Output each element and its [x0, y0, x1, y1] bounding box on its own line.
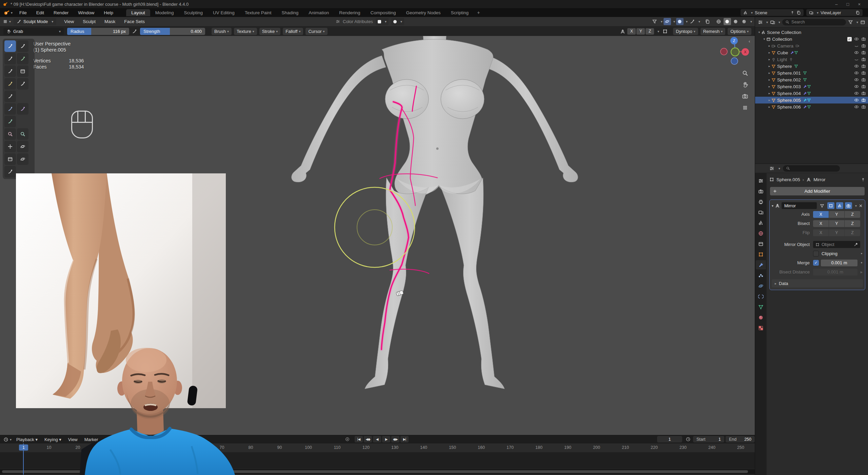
frame-end-field[interactable]: End 250: [726, 436, 755, 442]
modifier-name-field[interactable]: Mirror: [782, 202, 817, 209]
expand-icon[interactable]: ▾: [762, 37, 766, 41]
viewport-menu-view[interactable]: View: [60, 18, 78, 25]
outliner-item-camera[interactable]: ▸Camera: [755, 42, 868, 49]
brush-selector[interactable]: Grab ▾: [3, 28, 64, 35]
remove-modifier-icon[interactable]: [859, 204, 863, 208]
sculpted-model[interactable]: [278, 36, 597, 435]
outliner-item-scene-collection[interactable]: ▾Scene Collection: [755, 29, 868, 36]
properties-tab-output[interactable]: [756, 197, 766, 206]
flip-z-toggle[interactable]: Z: [845, 229, 860, 236]
outliner-item-sphere-004[interactable]: ▸Sphere.004: [755, 90, 868, 97]
symmetry-x-toggle[interactable]: X: [627, 28, 636, 35]
tiling-icon[interactable]: [661, 28, 669, 35]
outliner-editor-icon[interactable]: [758, 20, 763, 25]
menu-render[interactable]: Render: [50, 10, 73, 16]
modifier-extras-icon[interactable]: ▾: [855, 204, 857, 208]
merge-threshold-field[interactable]: 0.001 m: [821, 260, 857, 266]
timeline-editor-icon[interactable]: [3, 437, 8, 442]
axis-y-toggle[interactable]: Y: [829, 211, 845, 218]
breadcrumb-object[interactable]: Sphere.005: [776, 177, 800, 182]
expand-icon[interactable]: ▸: [767, 92, 771, 95]
close-button[interactable]: ×: [858, 2, 861, 7]
current-frame-marker[interactable]: 1: [19, 444, 28, 451]
tool-draw-button[interactable]: [4, 40, 16, 52]
unified-radius-icon[interactable]: [131, 28, 138, 35]
expand-icon[interactable]: ▸: [767, 105, 771, 109]
outliner-item-sphere-003[interactable]: ▸Sphere.003: [755, 83, 868, 90]
tool-draw-sharp-button[interactable]: [17, 40, 28, 52]
annotation-tool-icon[interactable]: [689, 18, 696, 25]
popover-cursor[interactable]: Cursor▾: [305, 28, 327, 35]
viewlayer-selector[interactable]: ▾ ViewLayer: [806, 9, 863, 16]
properties-tab-scene[interactable]: [756, 218, 766, 227]
properties-tab-view-layer[interactable]: [756, 208, 766, 217]
properties-tab-material[interactable]: [756, 313, 766, 322]
properties-tab-texture[interactable]: [756, 323, 766, 332]
timeline-menu-view[interactable]: View: [65, 436, 80, 443]
timeline-menu-playback[interactable]: Playback ▾: [14, 436, 40, 443]
perspective-toggle-icon[interactable]: [740, 102, 750, 113]
viewport-menu-face-sets[interactable]: Face Sets: [120, 18, 149, 25]
popover-remesh[interactable]: Remesh▾: [701, 28, 725, 35]
play-reverse-button[interactable]: ◀: [373, 436, 381, 442]
properties-tab-physics[interactable]: [756, 281, 766, 290]
pin-icon[interactable]: [790, 11, 794, 15]
tool-clay-button[interactable]: [4, 53, 16, 64]
symmetry-z-toggle[interactable]: Z: [646, 28, 654, 35]
workspace-tab-layout[interactable]: Layout: [126, 9, 150, 16]
viewport-menu-mask[interactable]: Mask: [101, 18, 119, 25]
new-viewlayer-icon[interactable]: [855, 11, 860, 15]
properties-tab-modifiers[interactable]: [756, 260, 766, 269]
outliner-item-light[interactable]: ▸Light: [755, 56, 868, 63]
popover-brush[interactable]: Brush▾: [212, 28, 232, 35]
pivot-point-icon[interactable]: [676, 18, 684, 25]
tool-mask-button[interactable]: [4, 128, 16, 140]
expand-icon[interactable]: ▸: [767, 71, 771, 75]
animate-dot-icon[interactable]: •: [860, 260, 863, 265]
outliner-item-sphere-006[interactable]: ▸Sphere.006: [755, 103, 868, 110]
shading-rendered-icon[interactable]: [741, 18, 748, 25]
mirror-object-field[interactable]: Object: [813, 241, 860, 248]
overlays-icon[interactable]: [704, 18, 711, 25]
workspace-tab-compositing[interactable]: Compositing: [366, 9, 401, 16]
tool-inflate-button[interactable]: [4, 65, 16, 77]
outliner-item-sphere-002[interactable]: ▸Sphere.002: [755, 76, 868, 83]
expand-icon[interactable]: ▸: [767, 85, 771, 88]
shading-wireframe-icon[interactable]: [715, 18, 723, 25]
axis-z-toggle[interactable]: Z: [845, 211, 860, 218]
popover-stroke[interactable]: Stroke▾: [259, 28, 281, 35]
tool-snake-hook-button[interactable]: [4, 91, 16, 102]
tool-clay-strips-button[interactable]: [17, 53, 28, 64]
expand-icon[interactable]: ▸: [767, 51, 771, 54]
blender-logo-icon[interactable]: [3, 10, 9, 16]
workspace-tab-animation[interactable]: Animation: [303, 9, 334, 16]
workspace-tab-texture-paint[interactable]: Texture Paint: [240, 9, 277, 16]
toggle-edit-mode-icon[interactable]: [818, 202, 826, 209]
timeline-menu-keying[interactable]: Keying ▾: [42, 436, 64, 443]
outliner-item-sphere-001[interactable]: ▸Sphere.001: [755, 70, 868, 76]
tool-transform-button[interactable]: [4, 153, 16, 165]
workspace-tab-shading[interactable]: Shading: [277, 9, 304, 16]
properties-tab-render[interactable]: [756, 187, 766, 196]
eyedropper-icon[interactable]: [854, 243, 858, 247]
outliner-search-input[interactable]: Search: [782, 19, 846, 25]
strength-slider[interactable]: Strength 0.400: [140, 28, 205, 35]
bisect-x-toggle[interactable]: X: [813, 220, 829, 227]
scene-selector[interactable]: ▾ Scene: [741, 9, 804, 16]
properties-tab-collection[interactable]: [756, 239, 766, 248]
add-workspace-button[interactable]: +: [474, 10, 483, 15]
prev-keyframe-button[interactable]: ◀◆: [364, 436, 372, 442]
secondary-color-dropdown[interactable]: ▾: [391, 18, 404, 25]
pin-icon[interactable]: [861, 177, 865, 182]
jump-to-start-button[interactable]: |◀: [355, 436, 363, 442]
expand-icon[interactable]: ▸: [767, 58, 771, 61]
radius-slider[interactable]: Radius 116 px: [67, 28, 129, 35]
maximize-button[interactable]: □: [847, 2, 849, 7]
frame-start-field[interactable]: Start 1: [693, 436, 724, 442]
expand-icon[interactable]: ▸: [767, 44, 771, 48]
workspace-tab-sculpting[interactable]: Sculpting: [179, 9, 208, 16]
tool-simplify-button[interactable]: [4, 116, 16, 127]
shading-solid-icon[interactable]: [724, 18, 731, 25]
properties-tab-object[interactable]: [756, 250, 766, 259]
toggle-cage-icon[interactable]: [827, 202, 834, 209]
